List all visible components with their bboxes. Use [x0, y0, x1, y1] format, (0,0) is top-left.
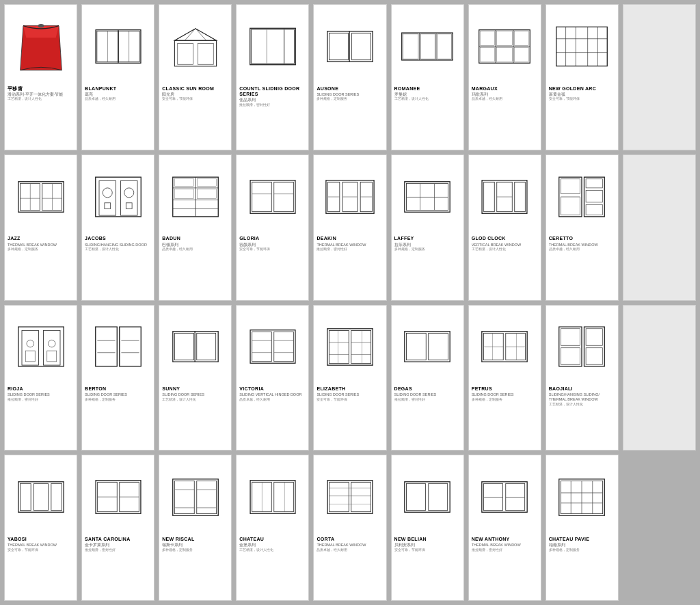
card-image-margaux: [472, 8, 538, 85]
card-subtitle-margaux: 玛歌系列: [472, 92, 538, 97]
card-text-countl: 推拉顺滑，密封性好: [239, 103, 306, 107]
card-content-chateau-pavie: CHATEAU PAVIE柏薇系列多种规格，定制服务: [549, 537, 615, 597]
card-subtitle-degas: SLIDING DOOR SERIES: [394, 392, 461, 397]
svg-rect-35: [481, 31, 495, 45]
svg-rect-152: [51, 483, 62, 510]
card-text-chateau: 工艺精湛，设计人性化: [239, 548, 306, 552]
card-title-sunny: SUNNY: [162, 386, 228, 392]
card-classic-sun-room: CLASSIC SUN ROOM阳光房安全可靠，节能环保: [159, 4, 232, 150]
card-text-yabosi: 安全可靠，节能环保: [8, 548, 74, 552]
svg-line-11: [174, 29, 196, 41]
card-image-yabosi: [8, 459, 74, 535]
card-text-badun: 品质卓越，经久耐用: [162, 247, 228, 252]
card-text-new-anthony: 推拉顺滑，密封性好: [472, 548, 538, 552]
card-laffey: LAFFEY拉菲系列多种规格，定制服务: [391, 154, 464, 301]
card-subtitle-sunny: SLIDING DOOR SERIES: [162, 392, 228, 397]
card-title-new-belian: NEW BELIAN: [394, 537, 461, 542]
card-content-new-belian: NEW BELIAN贝利安系列安全可靠，节能环保: [394, 537, 461, 597]
card-text-classic-sun-room: 安全可靠，节能环保: [162, 97, 228, 101]
card-image-rioja: [8, 309, 74, 386]
card-text-deakin: 推拉顺滑，密封性好: [317, 247, 383, 252]
card-subtitle-glod-clock: VERTICAL BREAK WINDOW: [472, 243, 538, 247]
svg-rect-118: [252, 332, 272, 362]
card-content-yabosi: YABOSITHERMAL BREAK WINDOW安全可靠，节能环保: [8, 537, 74, 597]
card-romanee: ROMANEE罗曼妮工艺精湛，设计人性化: [391, 4, 464, 150]
svg-rect-16: [198, 43, 213, 64]
svg-rect-37: [515, 31, 529, 45]
card-subtitle-santa-carolina: 金卡罗莱系列: [85, 543, 151, 548]
card-subtitle-romanee: 罗曼妮: [394, 92, 461, 97]
svg-rect-67: [174, 178, 193, 186]
card-ausone: AUSONESLIDING DOOR SERIES多种规格，定制服务: [313, 4, 386, 150]
card-title-new-anthony: NEW ANTHONY: [472, 537, 538, 542]
card-gloria: GLORIA容颜系列安全可靠，节能环保: [236, 154, 309, 301]
card-subtitle-berton: SLIDING DOOR SERIES: [85, 392, 151, 397]
svg-rect-179: [482, 482, 527, 513]
svg-rect-83: [405, 181, 450, 212]
card-image-berton: [85, 309, 151, 386]
svg-rect-138: [506, 334, 526, 360]
card-title-elizabeth: ELIZABETH: [317, 386, 383, 392]
card-content-victoria: VICTORIASLIDING VERTICAL HINGED DOOR品质卓越…: [239, 386, 306, 447]
card-glod-clock: GLOD CLOCKVERTICAL BREAK WINDOW工艺精湛，设计人性…: [468, 154, 541, 301]
card-text-petrus: 多种规格，定制服务: [472, 398, 538, 402]
svg-rect-159: [174, 481, 194, 513]
svg-rect-150: [20, 483, 31, 510]
card-subtitle-blanpunkt: 葛亮: [85, 92, 151, 97]
card-content-baojiali: BAOJIALISLIDING/HANGING SLIDING/ THERMAL…: [549, 386, 615, 447]
card-title-santa-carolina: SANTA CAROLINA: [85, 537, 151, 542]
card-deakin: DEAKINTHERMAL BREAK WINDOW推拉顺滑，密封性好: [313, 154, 386, 301]
svg-rect-48: [18, 181, 63, 212]
card-image-ausone: [317, 8, 383, 85]
card-pingyi: 平移窗滑动系列·平开一体化方案·节能工艺精湛，设计人性化: [4, 4, 77, 150]
card-subtitle-chateau: 金堡系列: [239, 543, 306, 548]
card-margaux: MARGAUX玛歌系列品质卓越，经久耐用: [468, 4, 541, 150]
card-image-badun: [162, 159, 228, 235]
card-title-glod-clock: GLOD CLOCK: [472, 236, 538, 241]
card-subtitle-ausone: SLIDING DOOR SERIES: [317, 92, 383, 97]
card-content-new-riscal: NEW RISCAL瑞斯卡系列多种规格，定制服务: [162, 537, 228, 597]
svg-rect-180: [484, 483, 503, 510]
card-title-badun: BADUN: [162, 236, 228, 241]
card-subtitle-rioja: SLIDING DOOR SERIES: [8, 392, 74, 397]
svg-rect-95: [561, 178, 580, 193]
card-content-berton: BERTONSLIDING DOOR SERIES多种规格，定制服务: [85, 386, 151, 447]
card-subtitle-new-golden-arc: 新黄金弧: [549, 92, 615, 97]
svg-rect-165: [250, 481, 295, 514]
card-content-sunny: SUNNYSLIDING DOOR SERIES工艺精湛，设计人性化: [162, 386, 228, 447]
card-image-new-belian: [394, 459, 461, 535]
card-text-new-riscal: 多种规格，定制服务: [162, 548, 228, 552]
svg-rect-172: [351, 482, 371, 511]
card-title-chateau-pavie: CHATEAU PAVIE: [549, 537, 615, 542]
card-title-romanee: ROMANEE: [394, 86, 461, 92]
card-title-ausone: AUSONE: [317, 86, 383, 92]
svg-rect-36: [497, 31, 513, 45]
svg-rect-41: [556, 27, 608, 66]
card-subtitle-pingyi: 滑动系列·平开一体化方案·节能: [8, 92, 74, 97]
card-title-jazz: JAZZ: [8, 236, 74, 241]
svg-rect-39: [497, 47, 513, 62]
svg-rect-167: [274, 482, 294, 511]
svg-point-104: [48, 340, 55, 348]
svg-rect-96: [561, 197, 580, 215]
svg-point-59: [124, 187, 133, 197]
card-image-jacobs: [85, 159, 151, 235]
svg-rect-136: [482, 332, 527, 362]
svg-line-13: [185, 29, 196, 41]
card-content-countl: COUNTL SLIDNIG DOOR SERIES佳品系列推拉顺滑，密封性好: [239, 86, 306, 147]
card-image-corta: [317, 459, 383, 535]
card-text-santa-carolina: 推拉顺滑，密封性好: [85, 548, 151, 552]
svg-rect-38: [481, 47, 495, 62]
svg-rect-40: [515, 47, 529, 62]
svg-rect-19: [284, 29, 295, 64]
card-new-riscal: NEW RISCAL瑞斯卡系列多种规格，定制服务: [159, 455, 232, 601]
svg-rect-134: [407, 334, 427, 360]
svg-rect-181: [506, 483, 525, 510]
card-title-pingyi: 平移窗: [8, 86, 74, 92]
svg-rect-18: [251, 29, 284, 64]
card-subtitle-jazz: THERMAL BREAK WINDOW: [8, 243, 74, 247]
card-yabosi: YABOSITHERMAL BREAK WINDOW安全可靠，节能环保: [4, 455, 77, 601]
svg-rect-107: [95, 327, 117, 366]
card-content-elizabeth: ELIZABETHSLIDING DOOR SERIES安全可靠，节能环保: [317, 386, 383, 447]
card-text-jacobs: 工艺精湛，设计人性化: [85, 247, 151, 252]
